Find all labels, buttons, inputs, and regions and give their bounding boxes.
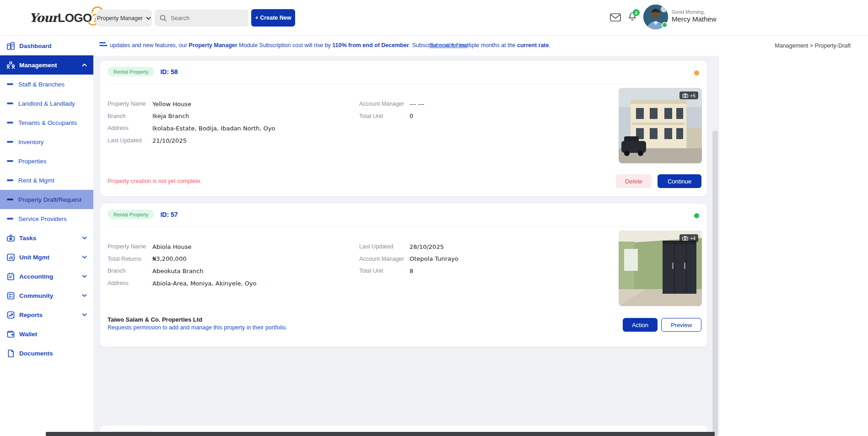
field-label: Total Returns bbox=[108, 256, 152, 262]
delete-button[interactable]: Delete bbox=[616, 174, 652, 188]
user-online-status-dot bbox=[662, 22, 668, 28]
camera-icon bbox=[682, 236, 688, 241]
field-value: Abiola House bbox=[152, 243, 191, 250]
field-label: Last Updated bbox=[108, 137, 152, 144]
sidebar-subitem-label: Staff & Branches bbox=[18, 81, 65, 88]
clipboard-icon bbox=[6, 272, 16, 281]
dashboard-icon bbox=[6, 41, 16, 51]
subscription-banner: updates and new features, our Property M… bbox=[93, 36, 868, 56]
property-card-58: Rental Property ID: 58 Property NameYell… bbox=[100, 61, 707, 196]
search-icon bbox=[159, 14, 167, 22]
field-value: 28/10/2025 bbox=[410, 243, 444, 250]
sidebar-subitem-property-draft-request[interactable]: Property Draft/Request bbox=[0, 190, 93, 209]
greeting-text: Good Morning, bbox=[672, 9, 705, 15]
field-label: Account Manager bbox=[359, 101, 410, 107]
notification-count-badge: 2 bbox=[633, 9, 640, 16]
sidebar-subitem-label: Rent & Mgmt bbox=[18, 177, 54, 184]
field-value: 8 bbox=[410, 268, 413, 275]
field-value: Ikeja Branch bbox=[152, 113, 189, 119]
property-draft-list: Rental Property ID: 58 Property NameYell… bbox=[93, 56, 719, 436]
sidebar-item-community[interactable]: Community bbox=[0, 286, 93, 305]
property-fields-left: Property NameYellow House BranchIkeja Br… bbox=[108, 98, 275, 146]
checklist-icon bbox=[6, 291, 16, 301]
sidebar-item-label: Dashboard bbox=[19, 43, 52, 49]
field-value: 21/10/2025 bbox=[152, 137, 187, 144]
briefcase-icon bbox=[6, 233, 16, 243]
document-icon bbox=[6, 349, 16, 358]
dash-icon bbox=[7, 218, 13, 220]
field-label: Branch bbox=[108, 268, 152, 274]
banner-bold-segment: Property Manager bbox=[189, 42, 237, 48]
sidebar-item-dashboard[interactable]: Dashboard bbox=[0, 36, 93, 55]
sidebar-subitem-inventory[interactable]: Inventory bbox=[0, 132, 93, 151]
field-value: 0 bbox=[410, 113, 413, 119]
module-select-dropdown[interactable]: Property Manager bbox=[96, 10, 152, 27]
top-header: YourLOGO? Property Manager + Create New … bbox=[0, 0, 868, 36]
photo-count-badge[interactable]: +5 bbox=[679, 92, 698, 99]
users-icon bbox=[6, 60, 16, 70]
banner-text-segment: Module Subscription cost will rise by bbox=[237, 42, 333, 48]
requesting-company-name: Taiwo Salam & Co. Properties Ltd bbox=[108, 316, 202, 323]
field-label: Address bbox=[108, 125, 152, 131]
sidebar-subitem-properties[interactable]: Properties bbox=[0, 151, 93, 171]
sidebar-item-accounting[interactable]: Accounting bbox=[0, 267, 93, 286]
search-input[interactable] bbox=[171, 15, 239, 22]
vertical-scrollbar[interactable] bbox=[712, 130, 718, 436]
sidebar-subitem-rent-mgmt[interactable]: Rent & Mgmt bbox=[0, 171, 93, 190]
sidebar-subitem-landlord-landlady[interactable]: Landlord & Landlady bbox=[0, 94, 93, 113]
sidebar-subitem-staff-branches[interactable]: Staff & Branches bbox=[0, 75, 93, 94]
property-id: ID: 57 bbox=[160, 211, 178, 218]
sidebar-item-label: Management bbox=[19, 62, 57, 69]
sidebar-item-management[interactable]: Management bbox=[0, 55, 93, 75]
photo-count-badge[interactable]: +4 bbox=[679, 234, 698, 242]
dash-icon bbox=[7, 179, 13, 181]
field-label: Total Unit bbox=[359, 113, 410, 119]
sidebar-item-documents[interactable]: Documents bbox=[0, 344, 93, 363]
property-photo[interactable]: +5 bbox=[619, 88, 702, 163]
banner-text-segment: updates and new features, our bbox=[110, 42, 189, 48]
banner-menu-icon bbox=[99, 42, 108, 48]
subscribe-now-link[interactable]: Subscribe Now bbox=[429, 42, 468, 48]
incomplete-notice: Property creation is not yet complete. bbox=[108, 178, 202, 184]
status-dot-incomplete bbox=[694, 70, 699, 75]
notifications-bell-icon[interactable]: 2 bbox=[627, 11, 637, 24]
sidebar-item-label: Community bbox=[19, 292, 53, 299]
sidebar-subitem-tenants-occupants[interactable]: Tenants & Occupants bbox=[0, 113, 93, 132]
dash-icon bbox=[7, 141, 13, 143]
sidebar-subitem-service-providers[interactable]: Service Providers bbox=[0, 209, 93, 228]
rental-property-badge: Rental Property bbox=[108, 210, 154, 219]
sidebar-item-wallet[interactable]: Wallet bbox=[0, 324, 93, 344]
chevron-down-icon bbox=[82, 294, 87, 297]
sidebar-nav: Dashboard Management Staff & Branches La… bbox=[0, 36, 93, 436]
continue-button[interactable]: Continue bbox=[658, 174, 701, 188]
dash-icon bbox=[7, 199, 13, 200]
divider bbox=[108, 226, 700, 227]
search-box[interactable] bbox=[155, 10, 248, 27]
sidebar-subitem-label: Properties bbox=[18, 158, 47, 165]
dash-icon bbox=[7, 83, 13, 85]
action-button[interactable]: Action bbox=[623, 318, 658, 332]
field-label: Total Unit bbox=[359, 268, 410, 274]
mail-icon[interactable] bbox=[609, 12, 621, 24]
sidebar-item-tasks[interactable]: Tasks bbox=[0, 228, 93, 248]
chevron-up-icon bbox=[82, 63, 87, 67]
field-label: Branch bbox=[108, 113, 152, 119]
property-id: ID: 58 bbox=[160, 68, 178, 75]
sidebar-item-label: Reports bbox=[19, 312, 43, 318]
chevron-down-icon bbox=[146, 16, 151, 20]
photo-more-count: +5 bbox=[690, 93, 695, 98]
preview-button[interactable]: Preview bbox=[661, 318, 701, 332]
sidebar-item-reports[interactable]: Reports bbox=[0, 305, 93, 324]
property-fields-left: Property NameAbiola House Total Returns₦… bbox=[108, 241, 257, 289]
horizontal-scrollbar[interactable] bbox=[46, 432, 715, 436]
wallet-icon bbox=[6, 329, 16, 339]
sidebar-item-unit-mgmt[interactable]: Unit Mgmt bbox=[0, 248, 93, 267]
chevron-down-icon bbox=[82, 236, 87, 240]
dash-icon bbox=[7, 102, 13, 104]
property-photo[interactable]: +4 bbox=[619, 231, 702, 306]
field-label: Property Name bbox=[108, 243, 152, 250]
create-new-button[interactable]: + Create New bbox=[251, 9, 295, 27]
module-select-value: Property Manager bbox=[97, 15, 143, 22]
bar-chart-icon bbox=[6, 253, 16, 262]
chevron-down-icon bbox=[82, 255, 87, 259]
